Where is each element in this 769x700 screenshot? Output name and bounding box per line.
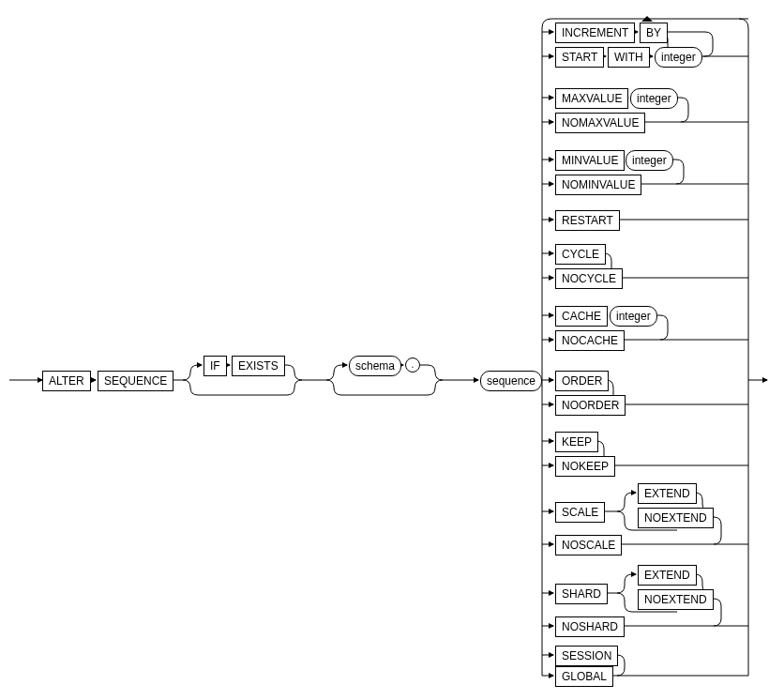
kw-noextend-2: NOEXTEND [638, 589, 714, 610]
kw-cache: CACHE [555, 306, 608, 327]
kw-with: WITH [608, 47, 650, 68]
kw-nocycle: NOCYCLE [555, 268, 623, 289]
kw-nominvalue: NOMINVALUE [555, 175, 641, 195]
kw-keep: KEEP [555, 432, 598, 452]
kw-extend-1: EXTEND [638, 483, 697, 504]
kw-if: IF [204, 356, 227, 376]
kw-global: GLOBAL [555, 666, 613, 687]
kw-maxvalue: MAXVALUE [555, 88, 628, 109]
kw-restart: RESTART [555, 210, 620, 231]
ident-schema: schema [349, 356, 401, 376]
punct-dot: . [405, 358, 420, 373]
lit-integer-3: integer [626, 150, 673, 171]
kw-exists: EXISTS [232, 356, 285, 376]
kw-nomaxvalue: NOMAXVALUE [555, 113, 645, 133]
kw-noscale: NOSCALE [555, 535, 622, 555]
kw-extend-2: EXTEND [638, 565, 697, 586]
kw-sequence: SEQUENCE [98, 371, 173, 391]
kw-start: START [555, 47, 604, 68]
lit-integer-4: integer [610, 306, 657, 327]
kw-order: ORDER [555, 371, 609, 391]
kw-minvalue: MINVALUE [555, 150, 625, 171]
kw-noshard: NOSHARD [555, 616, 625, 637]
kw-session: SESSION [555, 646, 618, 666]
kw-increment: INCREMENT [555, 23, 635, 43]
kw-noorder: NOORDER [555, 395, 626, 416]
kw-scale: SCALE [555, 502, 605, 523]
ident-sequence: sequence [480, 371, 542, 391]
kw-shard: SHARD [555, 584, 608, 604]
kw-nocache: NOCACHE [555, 330, 625, 351]
kw-cycle: CYCLE [555, 244, 606, 265]
kw-noextend-1: NOEXTEND [638, 508, 714, 528]
lit-integer-2: integer [630, 88, 678, 109]
kw-by: BY [640, 23, 668, 43]
svg-marker-10 [641, 16, 653, 22]
lit-integer-1: integer [655, 47, 702, 68]
kw-nokeep: NOKEEP [555, 456, 615, 477]
kw-alter: ALTER [42, 371, 91, 391]
